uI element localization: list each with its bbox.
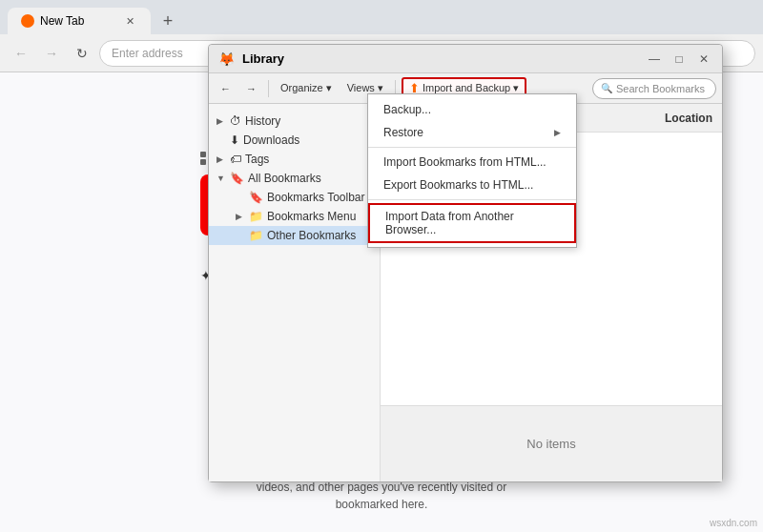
menu-separator-1 [368,147,576,148]
all-bookmarks-label: All Bookmarks [248,172,321,185]
tab-close-button[interactable]: ✕ [122,13,137,29]
tree-item-downloads[interactable]: ⬇ Downloads [209,131,380,150]
active-tab[interactable]: New Tab ✕ [8,8,151,34]
dialog-maximize-button[interactable]: □ [670,51,688,68]
dialog-bottom-panel: No items [381,405,722,481]
downloads-label: Downloads [243,133,299,147]
tree-arrow-history: ▶ [217,116,226,126]
tree-arrow-bookmarks-menu: ▶ [236,212,245,221]
downloads-icon: ⬇ [230,133,239,147]
new-tab-button[interactable]: + [155,8,181,34]
history-icon: ⏱ [230,114,241,128]
dialog-close-button[interactable]: ✕ [695,51,712,68]
import-another-browser-label: Import Data from Another Browser... [385,210,559,236]
dialog-back-button[interactable]: ← [215,77,237,100]
bookmarks-toolbar-label: Bookmarks Toolbar [267,191,365,204]
tree-item-other-bookmarks[interactable]: 📁 Other Bookmarks [209,226,380,245]
menu-item-restore[interactable]: Restore ▶ [368,121,576,144]
menu-item-import-another-browser[interactable]: Import Data from Another Browser... [368,203,576,243]
menu-item-export-html[interactable]: Export Bookmarks to HTML... [368,174,576,196]
tree-arrow-all-bookmarks: ▼ [217,174,226,183]
tags-icon: 🏷 [230,153,241,166]
restore-label: Restore [383,126,423,139]
tree-item-bookmarks-toolbar[interactable]: 🔖 Bookmarks Toolbar [209,188,380,207]
organize-button[interactable]: Organize ▾ [275,77,338,100]
search-bookmarks-input[interactable]: 🔍 Search Bookmarks [592,78,716,99]
tab-label: New Tab [40,14,84,28]
bookmarks-menu-label: Bookmarks Menu [267,210,356,223]
tree-item-all-bookmarks[interactable]: ▼ 🔖 All Bookmarks [209,169,380,188]
tab-favicon [21,14,34,28]
library-dialog-title: Library [242,51,638,66]
import-backup-dropdown: Backup... Restore ▶ Import Bookmarks fro… [367,93,577,248]
tags-label: Tags [245,153,269,166]
menu-separator-2 [368,199,576,200]
history-label: History [245,114,280,128]
dialog-overlay: 🦊 Library — □ ✕ ← → [0,34,763,532]
dialog-minimize-button[interactable]: — [646,51,663,68]
other-bookmarks-label: Other Bookmarks [267,229,356,242]
dialog-sidebar: ▶ ⏱ History ⬇ Downloads ▶ 🏷 Tags [209,104,381,481]
import-html-label: Import Bookmarks from HTML... [383,155,546,169]
tree-item-history[interactable]: ▶ ⏱ History [209,112,380,131]
dialog-titlebar: 🦊 Library — □ ✕ [209,45,722,73]
backup-label: Backup... [383,103,431,116]
library-dialog-favicon: 🦊 [218,51,235,67]
other-bookmarks-icon: 📁 [249,229,263,242]
dialog-forward-button[interactable]: → [240,77,262,100]
restore-arrow-icon: ▶ [554,128,561,137]
search-bookmarks-icon: 🔍 [601,83,612,93]
tree-arrow-tags: ▶ [217,154,226,164]
all-bookmarks-icon: 🔖 [230,172,244,185]
tree-item-bookmarks-menu[interactable]: ▶ 📁 Bookmarks Menu [209,207,380,226]
col-location: Location [665,112,712,125]
menu-item-backup[interactable]: Backup... [368,98,576,121]
tab-bar: New Tab ✕ + [0,0,763,34]
bookmarks-toolbar-icon: 🔖 [249,191,263,204]
bookmarks-menu-icon: 📁 [249,210,263,223]
export-html-label: Export Bookmarks to HTML... [383,178,533,192]
search-bookmarks-placeholder: Search Bookmarks [616,83,705,94]
no-items-text: No items [526,437,575,451]
toolbar-separator-1 [268,80,269,97]
browser-window: New Tab ✕ + ← → ↻ Enter address G Search… [0,0,763,532]
menu-item-import-html[interactable]: Import Bookmarks from HTML... [368,151,576,174]
tree-item-tags[interactable]: ▶ 🏷 Tags [209,150,380,169]
